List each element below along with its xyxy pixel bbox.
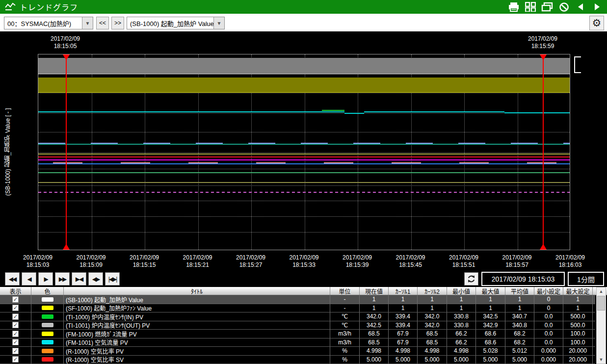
visibility-checkbox[interactable]: ✓ xyxy=(12,331,19,337)
scrollbar-thumb[interactable] xyxy=(597,296,605,311)
page-next-icon[interactable] xyxy=(591,2,603,12)
chevron-down-icon[interactable]: ▼ xyxy=(82,17,93,29)
series-value: 1 xyxy=(563,304,593,312)
series-value: 330.8 xyxy=(447,321,476,330)
series-value: 1 xyxy=(360,304,389,312)
visibility-checkbox[interactable]: ✓ xyxy=(12,356,19,363)
series-value: 68.2 xyxy=(505,330,534,338)
series-value: 5.000 xyxy=(389,356,418,364)
visibility-checkbox[interactable]: ✓ xyxy=(12,322,19,328)
grid-hline xyxy=(38,132,570,132)
plot-area[interactable] xyxy=(38,54,570,250)
visibility-checkbox[interactable]: ✓ xyxy=(12,348,19,354)
grid-icon[interactable] xyxy=(525,2,536,12)
series-value: 340.8 xyxy=(505,321,534,330)
x-tick-label: 2017/02/0918:15:51 xyxy=(437,254,491,269)
visibility-checkbox[interactable]: ✓ xyxy=(12,296,19,303)
cursor-1-marker-top[interactable] xyxy=(63,54,70,60)
cursor1-label: 2017/02/0918:15:05 xyxy=(36,35,95,50)
column-header[interactable]: 現在値 xyxy=(360,287,389,295)
table-row[interactable]: ✓(SB-1000) 起動_加熱炉 Value-11111101 xyxy=(0,295,595,304)
series-value: 1 xyxy=(389,304,418,312)
table-row[interactable]: ✓(R-1000) 空気比率 PV%4.9984.9984.9984.9985.… xyxy=(0,347,595,356)
nav-fit-button[interactable]: |◀▶| xyxy=(105,272,120,286)
x-tick-label: 2017/02/0918:15:33 xyxy=(277,254,331,269)
series-value: 0.000 xyxy=(534,356,563,364)
settings-button[interactable]: ⚙ xyxy=(589,16,604,30)
series-value: 0 xyxy=(534,304,563,312)
salmon-dash-line xyxy=(53,162,570,163)
nav-fast-back-button[interactable]: ◀◀ xyxy=(5,272,20,286)
column-header[interactable]: ｶｰｿﾙ2 xyxy=(418,287,447,295)
cascade-windows-icon[interactable] xyxy=(541,2,553,12)
series-value: 5.000 xyxy=(505,356,534,364)
start-timestamp-box[interactable]: 2017/02/09 18:15:03 xyxy=(481,272,565,286)
column-header[interactable]: 色 xyxy=(31,287,64,295)
series-unit: % xyxy=(330,347,360,355)
cursor-1-marker-bottom[interactable] xyxy=(63,244,70,250)
series-unit: ℃ xyxy=(330,312,360,321)
column-header[interactable]: 平均値 xyxy=(505,287,534,295)
table-row[interactable]: ✓(R-1000) 空気比率 SV%5.0005.0005.0005.0005.… xyxy=(0,356,595,364)
column-header[interactable]: ﾀｲﾄﾙ xyxy=(64,287,330,295)
cursor-2-marker-top[interactable] xyxy=(540,54,547,60)
series-value: 66.2 xyxy=(447,338,476,347)
series-value: 68.5 xyxy=(418,338,447,347)
series-select-value: (SB-1000) 起動_加熱炉 Value xyxy=(127,17,213,29)
printer-icon[interactable] xyxy=(508,2,520,12)
series-value: 1 xyxy=(418,295,447,304)
table-row[interactable]: ✓(TI-1000) 炉内温度ｾﾝｻ(IN) PV℃342.0339.4342.… xyxy=(0,312,595,321)
refresh-button[interactable] xyxy=(464,272,478,286)
series-value: 0 xyxy=(534,295,563,304)
column-header[interactable]: 最大設定 xyxy=(563,287,593,295)
nav-back-button[interactable]: ◀ xyxy=(22,272,36,286)
page-prev-icon[interactable] xyxy=(575,2,586,12)
series-value: 1 xyxy=(505,295,534,304)
table-row[interactable]: ✓(FM-1001) 空気流量 PVm3/h68.567.968.566.268… xyxy=(0,338,595,347)
scroll-up-icon[interactable]: ▲ xyxy=(597,287,606,295)
chevron-down-icon[interactable]: ▼ xyxy=(213,17,224,29)
visibility-checkbox[interactable]: ✓ xyxy=(12,305,19,311)
column-header[interactable]: 単位 xyxy=(330,287,360,295)
prev-series-button[interactable]: << xyxy=(96,17,109,29)
nav-fast-forward-button[interactable]: ▶▶ xyxy=(55,272,70,286)
series-value: 66.2 xyxy=(447,330,476,338)
column-header[interactable]: 表示 xyxy=(0,287,31,295)
group-select[interactable]: 00：SYSMAC(加熱炉) ▼ xyxy=(4,17,93,29)
nav-zoom-in-button[interactable]: ▶◀ xyxy=(72,272,86,286)
series-value: 67.9 xyxy=(389,330,418,338)
scroll-down-icon[interactable]: ▼ xyxy=(597,356,606,364)
table-body: ✓(SB-1000) 起動_加熱炉 Value-11111101✓(SF-100… xyxy=(0,295,595,364)
nav-zoom-out-button[interactable]: ◀▶ xyxy=(88,272,103,286)
series-value: 342.5 xyxy=(476,312,505,321)
toolbar: 00：SYSMAC(加熱炉) ▼ << >> (SB-1000) 起動_加熱炉 … xyxy=(0,14,607,32)
ti-1000-pv-line xyxy=(322,110,344,111)
series-select[interactable]: (SB-1000) 起動_加熱炉 Value ▼ xyxy=(127,17,225,29)
series-value: 5.012 xyxy=(505,347,534,355)
x-tick-label: 2017/02/0918:15:15 xyxy=(117,254,171,269)
series-title: (SF-1000) 起動_加熱炉ﾌｧﾝ Value xyxy=(64,304,330,312)
visibility-checkbox[interactable]: ✓ xyxy=(12,313,19,320)
x-tick-label: 2017/02/0918:15:21 xyxy=(171,254,225,269)
series-value: 100.0 xyxy=(563,338,593,347)
block-icon[interactable] xyxy=(558,2,570,12)
table-scrollbar[interactable]: ▲ ▼ xyxy=(596,287,606,364)
cursor-1-line[interactable] xyxy=(66,54,67,250)
column-header[interactable]: ｶｰｿﾙ1 xyxy=(389,287,418,295)
series-value: 342.9 xyxy=(476,321,505,330)
cursor-2-marker-bottom[interactable] xyxy=(540,244,547,250)
series-value: 68.6 xyxy=(476,330,505,338)
visibility-checkbox[interactable]: ✓ xyxy=(12,339,19,345)
x-tick-label: 2017/02/0918:15:39 xyxy=(330,254,384,269)
magenta-dashed-line xyxy=(38,192,570,193)
table-row[interactable]: ✓(SF-1000) 起動_加熱炉ﾌｧﾝ Value-11111101 xyxy=(0,304,595,313)
table-row[interactable]: ✓(TI-1001) 炉内温度ｾﾝｻ(OUT) PV℃342.5339.4342… xyxy=(0,321,595,330)
nav-forward-button[interactable]: ▶ xyxy=(38,272,53,286)
table-row[interactable]: ✓(FM-1000) 燃焼ｶﾞｽ流量 PVm3/h68.567.968.566.… xyxy=(0,330,595,338)
cursor-2-line[interactable] xyxy=(543,54,544,250)
column-header[interactable]: 最小値 xyxy=(447,287,476,295)
column-header[interactable]: 最大値 xyxy=(476,287,505,295)
time-span-box[interactable]: 1分間 xyxy=(568,272,604,286)
next-series-button[interactable]: >> xyxy=(111,17,124,29)
column-header[interactable]: 最小設定 xyxy=(534,287,563,295)
